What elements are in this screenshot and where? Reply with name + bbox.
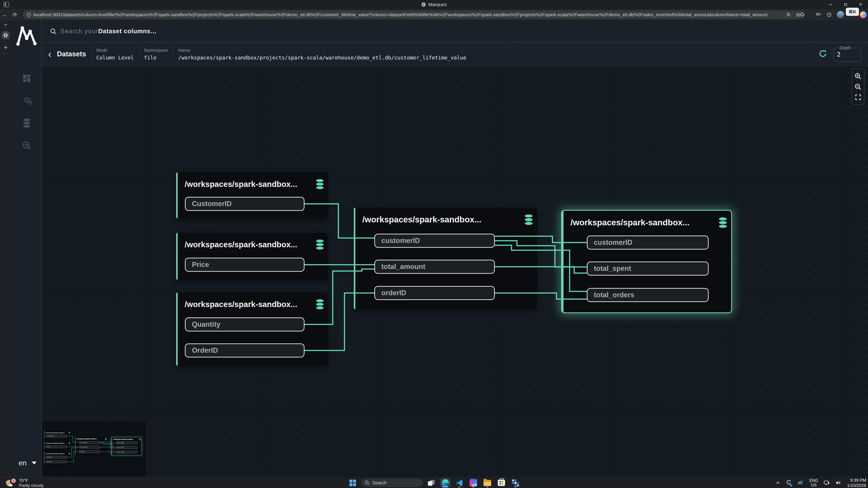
- column-label: orderID: [80, 451, 84, 452]
- vscode-icon: [456, 479, 463, 486]
- search-placeholder: Search your: [60, 28, 98, 35]
- running-indicator: [486, 486, 489, 487]
- toolbar-divider: [810, 12, 811, 18]
- name-field: Name /workspaces/spark-sandbox/projects/…: [178, 48, 466, 61]
- start-button[interactable]: [347, 478, 358, 488]
- vertical-tabs-icon[interactable]: [4, 2, 9, 7]
- sidebar-item-jobs[interactable]: ⚙⚙: [11, 95, 42, 106]
- lineage-canvas[interactable]: [42, 66, 868, 478]
- header-separator: [173, 47, 174, 62]
- tray-chevron-up-icon[interactable]: [775, 481, 780, 485]
- dataset-node-selected[interactable]: /workspaces/spark-sandbox... customerID …: [112, 437, 142, 455]
- sidebar-item-lineage-search[interactable]: [11, 141, 42, 150]
- minimap[interactable]: /workspaces/spark-sandbox... CustomerID …: [42, 421, 146, 476]
- header-separator: [91, 47, 91, 62]
- taskbar-devapp-button[interactable]: [510, 478, 521, 488]
- language-line2: US: [809, 483, 818, 487]
- speaker-icon[interactable]: [835, 480, 842, 486]
- lineage-header: ‹ Datasets Mode Column Level Namespace f…: [42, 42, 868, 66]
- column-chip[interactable]: total_orders: [116, 451, 137, 453]
- column-chip[interactable]: orderID: [79, 451, 100, 453]
- zoom-page-icon[interactable]: [786, 12, 791, 17]
- collapse-tabs-icon[interactable]: [3, 23, 8, 27]
- site-info-icon[interactable]: [27, 12, 31, 17]
- extensions-puzzle-icon[interactable]: [800, 12, 805, 18]
- favorites-list-icon[interactable]: [815, 12, 822, 18]
- column-chip[interactable]: total_amount: [79, 446, 100, 449]
- dataset-node-title: /workspaces/spark-sandbox...: [46, 442, 65, 444]
- new-tab-icon[interactable]: [3, 45, 8, 50]
- sidebar-item-dashboard[interactable]: [11, 74, 42, 83]
- mode-label: Mode: [96, 48, 134, 53]
- name-value: /workspaces/spark-sandbox/projects/spark…: [178, 55, 466, 61]
- sidebar-item-datasets[interactable]: [11, 118, 42, 128]
- sync-status-dot: [790, 484, 792, 487]
- column-label: Price: [47, 446, 50, 448]
- node-accent-bar: [112, 437, 112, 455]
- clock-time: 9:39 PM: [847, 478, 866, 483]
- app-sidebar: ⚙⚙: [11, 20, 42, 478]
- database-icon: [68, 432, 70, 433]
- page-title[interactable]: Datasets: [57, 50, 86, 58]
- column-chip[interactable]: Price: [46, 446, 67, 448]
- back-icon[interactable]: ←: [0, 11, 10, 18]
- taskbar-explorer-button[interactable]: [482, 478, 493, 488]
- minimize-button[interactable]: [823, 0, 838, 9]
- system-tray: ENG US 9:39 PM 1/10/2026: [775, 478, 866, 488]
- column-chip[interactable]: OrderID: [46, 461, 67, 463]
- tab-title: Marquez: [428, 2, 447, 7]
- running-indicator: [458, 486, 460, 487]
- taskbar-clock[interactable]: 9:39 PM 1/10/2026: [847, 478, 866, 488]
- tabstrip-divider: [2, 54, 9, 54]
- dataset-node[interactable]: /workspaces/spark-sandbox... Price: [44, 441, 71, 449]
- taskbar-edge-button[interactable]: [440, 478, 451, 488]
- column-chip[interactable]: CustomerID: [46, 435, 67, 437]
- copilot-icon[interactable]: [860, 11, 867, 18]
- depth-input[interactable]: Depth 2: [833, 46, 861, 62]
- dashboard-icon: [22, 74, 31, 83]
- column-chip[interactable]: customerID: [79, 441, 100, 444]
- taskbar-search[interactable]: Search: [361, 479, 423, 487]
- input-language[interactable]: ENG US: [809, 478, 818, 487]
- zoom-in-icon[interactable]: [854, 73, 862, 80]
- refresh-lineage-icon[interactable]: [818, 49, 827, 58]
- network-display-icon[interactable]: [824, 480, 830, 486]
- column-search-bar[interactable]: Search your Dataset columns…: [42, 20, 868, 42]
- task-view-button[interactable]: [426, 478, 437, 488]
- profile-avatar[interactable]: [837, 11, 844, 18]
- address-bar[interactable]: localhost:3001/datasets/column-level/fil…: [23, 10, 804, 19]
- taskbar-m365-button[interactable]: M365: [468, 478, 479, 488]
- taskbar-store-button[interactable]: [496, 478, 507, 488]
- refresh-icon[interactable]: ⟳: [10, 11, 20, 18]
- microsoft-store-icon: [498, 480, 505, 486]
- task-view-icon: [428, 480, 435, 486]
- taskbar-search-placeholder: Search: [372, 480, 386, 486]
- minimap-content: /workspaces/spark-sandbox... CustomerID …: [42, 421, 146, 476]
- header-separator: [139, 47, 139, 62]
- column-label: customerID: [80, 442, 87, 443]
- taskbar-vscode-button[interactable]: [454, 478, 465, 488]
- m365-copilot-icon: M365: [469, 479, 477, 487]
- database-icon: [68, 442, 70, 444]
- column-chip[interactable]: total_spent: [116, 446, 137, 449]
- column-chip[interactable]: Quantity: [46, 456, 67, 459]
- active-tab-button[interactable]: [2, 31, 10, 39]
- clock-date: 1/10/2026: [847, 483, 866, 488]
- language-line1: ENG: [809, 478, 818, 483]
- dev-app-icon: [512, 480, 519, 486]
- onedrive-paused-icon[interactable]: [797, 480, 804, 486]
- browser-titlebar: Marquez ✕: [0, 0, 868, 9]
- running-indicator: [472, 486, 474, 487]
- marquez-logo: [16, 24, 37, 47]
- column-label: total_amount: [80, 447, 88, 448]
- zoom-out-icon[interactable]: [854, 83, 862, 91]
- column-chip[interactable]: customerID: [116, 441, 137, 444]
- dataset-node[interactable]: /workspaces/spark-sandbox... Quantity Or…: [44, 452, 71, 464]
- fullscreen-icon[interactable]: [855, 94, 862, 101]
- language-selector[interactable]: en: [19, 459, 37, 467]
- dataset-node[interactable]: /workspaces/spark-sandbox... customerID …: [75, 437, 107, 455]
- history-icon[interactable]: [827, 12, 832, 18]
- dataset-node[interactable]: /workspaces/spark-sandbox... CustomerID: [44, 431, 71, 439]
- column-label: OrderID: [47, 461, 52, 462]
- browser-tab[interactable]: Marquez: [421, 2, 447, 7]
